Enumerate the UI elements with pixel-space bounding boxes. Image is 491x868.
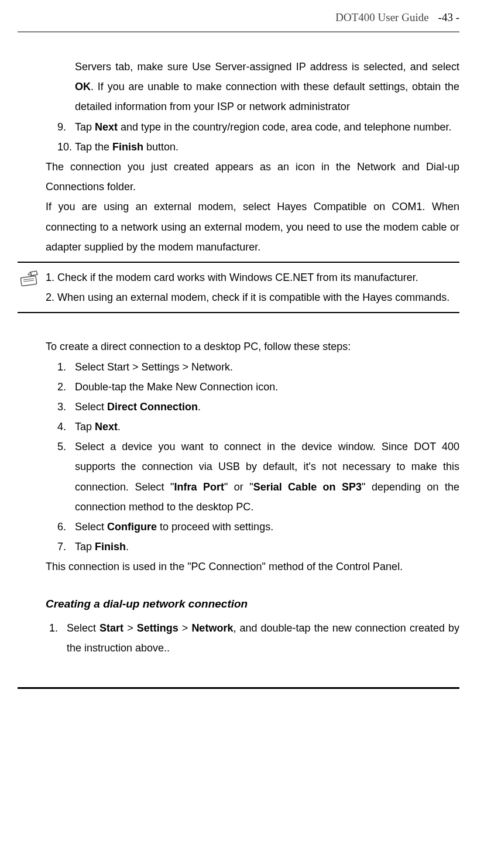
svg-line-2: [23, 280, 34, 282]
list-number: 5.: [46, 437, 75, 517]
intro-paragraph: To create a direct connection to a deskt…: [46, 337, 459, 356]
list-text: Select Configure to proceed with setting…: [75, 517, 459, 537]
list-text: Select a device you want to connect in t…: [75, 437, 459, 517]
page-content: Servers tab, make sure Use Server-assign…: [0, 32, 491, 670]
list-item: 7. Tap Finish.: [46, 537, 459, 557]
page-header: DOT400 User Guide -43 -: [0, 0, 491, 32]
body-paragraph: If you are using an external modem, sele…: [46, 197, 459, 257]
note-divider-bottom: [18, 312, 459, 313]
body-paragraph: The connection you just created appears …: [46, 157, 459, 197]
note-line-1: 1. Check if the modem card works with Wi…: [46, 267, 459, 287]
list-text: Tap Next.: [75, 417, 459, 437]
list-text: Select Direct Connection.: [75, 397, 459, 417]
list-text: Select Start > Settings > Network, and d…: [67, 618, 459, 658]
list-number: 6.: [46, 517, 75, 537]
list-number: 2.: [46, 377, 75, 397]
list-item-10: 10. Tap the Finish button.: [46, 137, 459, 157]
body-paragraph: This connection is used in the "PC Conne…: [46, 557, 459, 577]
list-text: Tap Finish.: [75, 537, 459, 557]
list-number: 3.: [46, 397, 75, 417]
list-text: Tap the Finish button.: [75, 137, 459, 157]
section-heading: Creating a dial-up network connection: [46, 593, 459, 615]
list-number: 4.: [46, 417, 75, 437]
list-item: 5. Select a device you want to connect i…: [46, 437, 459, 517]
page-number: -43 -: [438, 7, 459, 28]
list-number: 1.: [46, 357, 75, 377]
list-number: 1.: [46, 618, 67, 658]
doc-title: DOT400 User Guide: [335, 7, 428, 28]
list-item: 4. Tap Next.: [46, 417, 459, 437]
list-number: 7.: [46, 537, 75, 557]
note-block: 1. Check if the modem card works with Wi…: [18, 267, 459, 307]
list-number: 10.: [46, 137, 75, 157]
list-number: 9.: [46, 117, 75, 137]
svg-line-1: [23, 279, 34, 280]
list-item: 1. Select Start > Settings > Network, an…: [46, 618, 459, 658]
note-divider-top: [18, 262, 459, 263]
pencil-note-icon: [18, 270, 40, 287]
list-text: Select Start > Settings > Network.: [75, 357, 459, 377]
list-text: Tap Next and type in the country/region …: [75, 117, 459, 137]
list-item-9: 9. Tap Next and type in the country/regi…: [46, 117, 459, 137]
continuation-paragraph: Servers tab, make sure Use Server-assign…: [75, 57, 459, 117]
list-item: 2. Double-tap the Make New Connection ic…: [46, 377, 459, 397]
footer-rule: [18, 687, 459, 689]
list-item: 3. Select Direct Connection.: [46, 397, 459, 417]
list-item: 1. Select Start > Settings > Network.: [46, 357, 459, 377]
list-text: Double-tap the Make New Connection icon.: [75, 377, 459, 397]
note-line-2: 2. When using an external modem, check i…: [46, 287, 459, 307]
list-item: 6. Select Configure to proceed with sett…: [46, 517, 459, 537]
